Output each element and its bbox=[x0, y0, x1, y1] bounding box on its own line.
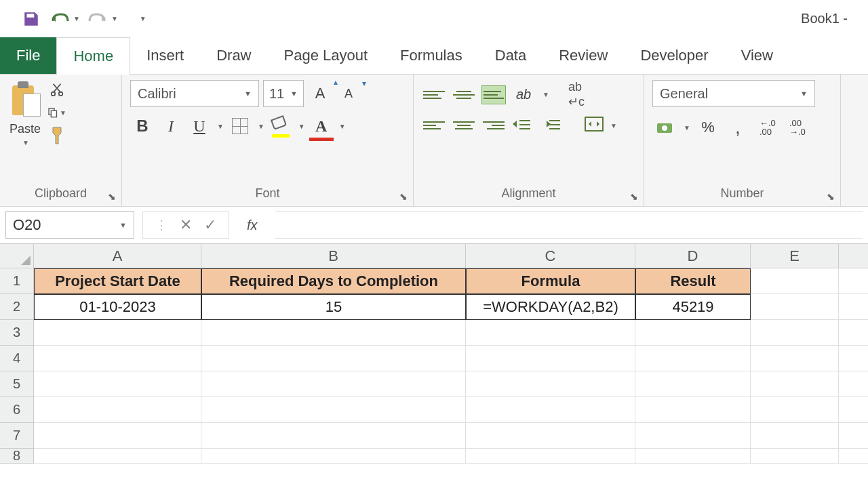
cell-e4[interactable] bbox=[751, 346, 839, 371]
paste-dropdown-icon[interactable]: ▼ bbox=[22, 139, 29, 146]
fill-dropdown-icon[interactable]: ▼ bbox=[298, 123, 305, 130]
format-painter-button[interactable] bbox=[47, 126, 66, 145]
italic-button[interactable]: I bbox=[159, 114, 183, 138]
accounting-format-button[interactable] bbox=[652, 115, 677, 140]
row-header-3[interactable]: 3 bbox=[0, 320, 34, 346]
cell-e1[interactable] bbox=[751, 268, 839, 294]
merge-dropdown-icon[interactable]: ▼ bbox=[610, 122, 617, 129]
cell-b1[interactable]: Required Days to Completion bbox=[201, 268, 466, 294]
cell-b2[interactable]: 15 bbox=[201, 294, 466, 320]
cell-f2[interactable] bbox=[839, 294, 868, 320]
cell-f6[interactable] bbox=[839, 397, 868, 423]
cell-d1[interactable]: Result bbox=[635, 268, 751, 294]
cell-a3[interactable] bbox=[34, 320, 201, 346]
cell-c6[interactable] bbox=[466, 397, 635, 423]
fontcolor-dropdown-icon[interactable]: ▼ bbox=[339, 123, 346, 130]
row-header-5[interactable]: 5 bbox=[0, 371, 34, 397]
tab-page-layout[interactable]: Page Layout bbox=[268, 37, 384, 74]
bold-button[interactable]: B bbox=[130, 114, 155, 138]
undo-dropdown-icon[interactable]: ▼ bbox=[73, 15, 80, 22]
cell-d2[interactable]: 45219 bbox=[635, 294, 751, 320]
enter-formula-button[interactable]: ✓ bbox=[204, 216, 216, 234]
row-header-4[interactable]: 4 bbox=[0, 346, 34, 371]
align-right-button[interactable] bbox=[481, 116, 506, 135]
cell-b3[interactable] bbox=[201, 320, 466, 346]
cell-f3[interactable] bbox=[839, 320, 868, 346]
tab-review[interactable]: Review bbox=[542, 37, 624, 74]
cell-d6[interactable] bbox=[635, 397, 751, 423]
cell-d8[interactable] bbox=[635, 449, 751, 464]
row-header-6[interactable]: 6 bbox=[0, 397, 34, 423]
percent-button[interactable]: % bbox=[696, 115, 720, 140]
clipboard-launcher-icon[interactable]: ⬊ bbox=[108, 191, 116, 202]
decrease-indent-button[interactable] bbox=[511, 116, 536, 135]
cell-c4[interactable] bbox=[466, 346, 635, 371]
fill-color-button[interactable] bbox=[269, 114, 293, 138]
col-header-b[interactable]: B bbox=[201, 244, 466, 268]
cell-a6[interactable] bbox=[34, 397, 201, 423]
col-header-e[interactable]: E bbox=[751, 244, 839, 268]
cell-e3[interactable] bbox=[751, 320, 839, 346]
tab-formulas[interactable]: Formulas bbox=[384, 37, 479, 74]
cell-d7[interactable] bbox=[635, 423, 751, 449]
orientation-button[interactable]: ab bbox=[511, 83, 536, 107]
align-left-button[interactable] bbox=[422, 116, 446, 135]
cell-e6[interactable] bbox=[751, 397, 839, 423]
tab-developer[interactable]: Developer bbox=[624, 37, 724, 74]
underline-button[interactable]: U bbox=[187, 114, 212, 138]
cell-a1[interactable]: Project Start Date bbox=[34, 268, 201, 294]
tab-home[interactable]: Home bbox=[56, 37, 130, 75]
formula-input[interactable] bbox=[275, 211, 863, 239]
accounting-dropdown-icon[interactable]: ▼ bbox=[684, 124, 690, 131]
comma-button[interactable]: , bbox=[726, 115, 750, 140]
qat-customize-icon[interactable]: ▼ bbox=[140, 15, 146, 22]
align-top-button[interactable] bbox=[422, 85, 446, 104]
shrink-font-button[interactable]: A bbox=[336, 81, 361, 106]
wrap-text-button[interactable]: ab↵c bbox=[568, 80, 585, 109]
cell-c8[interactable] bbox=[466, 449, 635, 464]
cell-a8[interactable] bbox=[34, 449, 201, 464]
merge-button[interactable] bbox=[585, 117, 604, 134]
undo-button[interactable]: ▼ bbox=[50, 12, 80, 26]
name-box[interactable]: O20▼ bbox=[5, 211, 134, 239]
cell-b5[interactable] bbox=[201, 371, 466, 397]
cell-e7[interactable] bbox=[751, 423, 839, 449]
align-middle-button[interactable] bbox=[452, 85, 476, 104]
cell-a4[interactable] bbox=[34, 346, 201, 371]
orientation-dropdown-icon[interactable]: ▼ bbox=[542, 91, 549, 98]
col-header-f[interactable] bbox=[839, 244, 868, 268]
cell-d5[interactable] bbox=[635, 371, 751, 397]
cell-b7[interactable] bbox=[201, 423, 466, 449]
cell-c2[interactable]: =WORKDAY(A2,B2) bbox=[466, 294, 635, 320]
font-color-button[interactable]: A bbox=[309, 114, 334, 138]
font-launcher-icon[interactable]: ⬊ bbox=[399, 191, 408, 202]
cancel-formula-button[interactable]: ✕ bbox=[180, 216, 192, 234]
cell-f5[interactable] bbox=[839, 371, 868, 397]
cell-a5[interactable] bbox=[34, 371, 201, 397]
cell-c3[interactable] bbox=[466, 320, 635, 346]
cell-b8[interactable] bbox=[201, 449, 466, 464]
cell-f7[interactable] bbox=[839, 423, 868, 449]
align-bottom-button[interactable] bbox=[481, 85, 506, 104]
underline-dropdown-icon[interactable]: ▼ bbox=[217, 123, 224, 130]
tab-view[interactable]: View bbox=[725, 37, 789, 74]
decrease-decimal-button[interactable]: .00→.0 bbox=[785, 115, 810, 140]
cell-e8[interactable] bbox=[751, 449, 839, 464]
fx-icon[interactable]: fx bbox=[237, 218, 267, 233]
cell-d4[interactable] bbox=[635, 346, 751, 371]
borders-button[interactable] bbox=[228, 114, 252, 138]
cell-c7[interactable] bbox=[466, 423, 635, 449]
tab-draw[interactable]: Draw bbox=[200, 37, 267, 74]
borders-dropdown-icon[interactable]: ▼ bbox=[258, 123, 264, 130]
row-header-1[interactable]: 1 bbox=[0, 268, 34, 294]
cut-button[interactable] bbox=[47, 80, 66, 99]
cell-a7[interactable] bbox=[34, 423, 201, 449]
font-name-combo[interactable]: Calibri▼ bbox=[130, 80, 259, 107]
tab-file[interactable]: File bbox=[0, 37, 56, 74]
cell-e2[interactable] bbox=[751, 294, 839, 320]
cell-c5[interactable] bbox=[466, 371, 635, 397]
cell-d3[interactable] bbox=[635, 320, 751, 346]
row-header-8[interactable]: 8 bbox=[0, 449, 34, 464]
col-header-d[interactable]: D bbox=[635, 244, 751, 268]
cell-f4[interactable] bbox=[839, 346, 868, 371]
